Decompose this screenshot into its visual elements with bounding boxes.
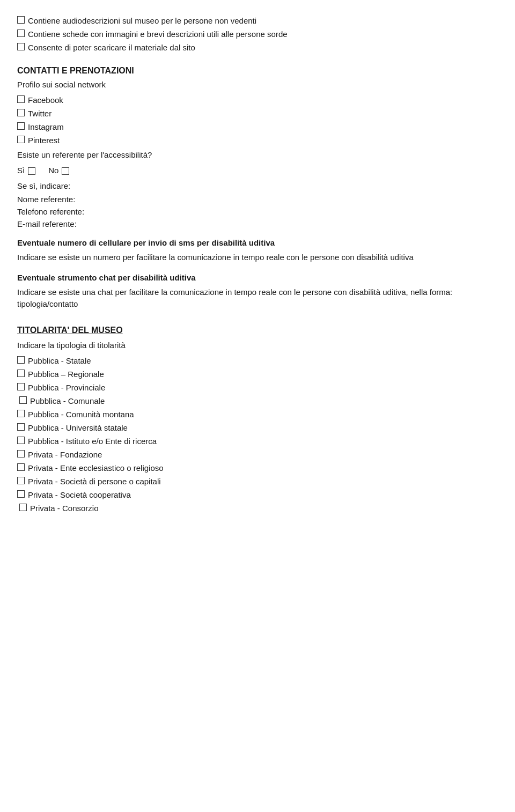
si-no-group: Sì No <box>17 165 498 176</box>
checkbox-row-istituto: Pubblica - Istituto e/o Ente di ricerca <box>17 435 498 447</box>
twitter-label: Twitter <box>28 108 52 119</box>
checkbox-consorzio[interactable] <box>19 504 27 511</box>
checkbox-no[interactable] <box>62 167 69 175</box>
checkbox-row-statale: Pubblica - Statale <box>17 355 498 366</box>
checkbox-regionale[interactable] <box>17 370 25 377</box>
checkbox-row-3: Consente di poter scaricare il materiale… <box>17 42 498 53</box>
checkbox-row-facebook: Facebook <box>17 94 498 106</box>
contatti-title: CONTATTI E PRENOTAZIONI <box>17 66 498 76</box>
chat-title: Eventuale strumento chat per disabilità … <box>17 272 498 284</box>
checkbox-row-comunita: Pubblica - Comunità montana <box>17 409 498 420</box>
checkbox-row-instagram: Instagram <box>17 121 498 132</box>
label-societa-persone: Privata - Società di persone o capitali <box>28 476 161 487</box>
checkbox-audiodescrizioni[interactable] <box>17 16 25 24</box>
label-universita: Pubblica - Università statale <box>28 422 128 433</box>
checkbox-cooperativa[interactable] <box>17 490 25 498</box>
label-provinciale: Pubblica - Provinciale <box>28 382 105 393</box>
checkbox-row-2: Contiene schede con immagini e brevi des… <box>17 28 498 40</box>
pinterest-label: Pinterest <box>28 135 60 146</box>
checkbox-fondazione[interactable] <box>17 450 25 457</box>
checkbox-istituto[interactable] <box>17 437 25 444</box>
checkbox-row-regionale: Pubblica – Regionale <box>17 368 498 380</box>
checkbox-facebook[interactable] <box>17 95 25 103</box>
contatti-section: CONTATTI E PRENOTAZIONI Profilo sui soci… <box>17 66 498 311</box>
checkbox-label-1: Contiene audiodescrizioni sul museo per … <box>28 15 256 26</box>
checkbox-societa-persone[interactable] <box>17 477 25 484</box>
se-si-label: Se sì, indicare: <box>17 181 498 190</box>
checkbox-provinciale[interactable] <box>17 383 25 390</box>
label-ecclesiastico: Privata - Ente ecclesiastico o religioso <box>28 462 164 474</box>
label-regionale: Pubblica – Regionale <box>28 368 104 380</box>
checkbox-statale[interactable] <box>17 356 25 364</box>
label-statale: Pubblica - Statale <box>28 355 91 366</box>
checkbox-row-comunale: Pubblica - Comunale <box>19 395 498 407</box>
checkbox-comunale[interactable] <box>19 396 27 404</box>
telefono-referente-field: Telefono referente: <box>17 207 498 216</box>
label-cooperativa: Privata - Società cooperativa <box>28 489 131 500</box>
label-istituto: Pubblica - Istituto e/o Ente di ricerca <box>28 435 157 447</box>
checkbox-row-consorzio: Privata - Consorzio <box>19 503 498 514</box>
label-fondazione: Privata - Fondazione <box>28 449 102 460</box>
checkbox-universita[interactable] <box>17 423 25 431</box>
checkbox-row-universita: Pubblica - Università statale <box>17 422 498 433</box>
checkbox-row-cooperativa: Privata - Società cooperativa <box>17 489 498 500</box>
checkbox-row-pinterest: Pinterest <box>17 135 498 146</box>
checkbox-row-provinciale: Pubblica - Provinciale <box>17 382 498 393</box>
checkbox-row-fondazione: Privata - Fondazione <box>17 449 498 460</box>
instagram-label: Instagram <box>28 121 64 132</box>
checkbox-scaricare[interactable] <box>17 43 25 50</box>
no-item: No <box>48 165 69 176</box>
no-label: No <box>48 165 58 176</box>
si-label: Sì <box>17 165 25 176</box>
checkbox-row-1: Contiene audiodescrizioni sul museo per … <box>17 15 498 26</box>
facebook-label: Facebook <box>28 94 63 106</box>
checkbox-si[interactable] <box>28 167 35 175</box>
checkbox-label-3: Consente di poter scaricare il materiale… <box>28 42 195 53</box>
nome-referente-field: Nome referente: <box>17 195 498 204</box>
checkbox-row-ecclesiastico: Privata - Ente ecclesiastico o religioso <box>17 462 498 474</box>
checkbox-comunita[interactable] <box>17 410 25 417</box>
checkbox-ecclesiastico[interactable] <box>17 463 25 471</box>
chat-desc: Indicare se esiste una chat per facilita… <box>17 286 498 311</box>
titolarita-title: TITOLARITA' DEL MUSEO <box>17 326 498 335</box>
cellulare-desc: Indicare se esiste un numero per facilit… <box>17 252 498 264</box>
label-comunale: Pubblica - Comunale <box>30 395 105 407</box>
si-item: Sì <box>17 165 35 176</box>
titolarita-instruction: Indicare la tipologia di titolarità <box>17 341 498 350</box>
checkbox-schede[interactable] <box>17 29 25 37</box>
label-comunita: Pubblica - Comunità montana <box>28 409 134 420</box>
checkbox-pinterest[interactable] <box>17 136 25 143</box>
titolarita-section: TITOLARITA' DEL MUSEO Indicare la tipolo… <box>17 326 498 514</box>
checkbox-instagram[interactable] <box>17 122 25 130</box>
referente-question: Esiste un referente per l'accessibilità? <box>17 150 498 159</box>
checkbox-label-2: Contiene schede con immagini e brevi des… <box>28 28 288 40</box>
social-label: Profilo sui social network <box>17 80 498 89</box>
top-checkboxes-section: Contiene audiodescrizioni sul museo per … <box>17 15 498 53</box>
label-consorzio: Privata - Consorzio <box>30 503 99 514</box>
checkbox-row-twitter: Twitter <box>17 108 498 119</box>
cellulare-title: Eventuale numero di cellulare per invio … <box>17 237 498 249</box>
checkbox-row-societa-persone: Privata - Società di persone o capitali <box>17 476 498 487</box>
email-referente-field: E-mail referente: <box>17 219 498 228</box>
checkbox-twitter[interactable] <box>17 109 25 116</box>
